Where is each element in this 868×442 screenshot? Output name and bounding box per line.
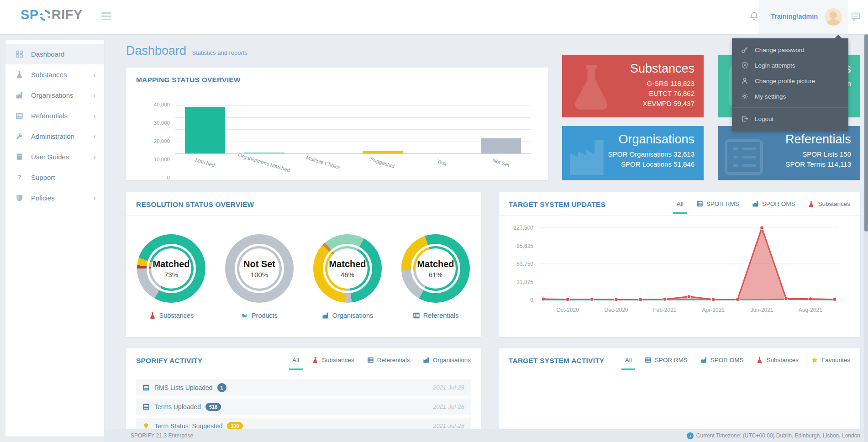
donut-products: Not Set100%Products [217, 234, 302, 319]
bar-matched[interactable] [185, 107, 225, 153]
bar-not-set[interactable] [481, 138, 521, 153]
donut-ring[interactable]: Matched61% [401, 234, 470, 303]
sidebar-item-organisations[interactable]: Organisations‹ [5, 85, 104, 105]
svg-text:0: 0 [530, 297, 533, 303]
bar-suggested[interactable] [363, 151, 403, 153]
tab-organisations[interactable]: Organisations [423, 357, 471, 370]
menu-item-label: My settings [755, 93, 786, 100]
tab-all[interactable]: All [625, 357, 632, 370]
donut-center-label: Matched [153, 259, 189, 269]
resolution-status-panel: RESOLUTION STATUS OVERVIEW Matched73%Sub… [126, 192, 481, 337]
factory-icon [16, 91, 27, 99]
menu-item-change-profile-picture[interactable]: Change profile picture [732, 73, 848, 89]
donut-center-value: 100% [251, 271, 268, 279]
footer-version: SPORIFY 21.3 Enterprise [131, 432, 193, 439]
activity-label: Term Status: Suggested [154, 422, 222, 430]
referentials-card[interactable]: Referentials SPOR Lists 150 SPOR Terms 1… [718, 126, 860, 180]
logo-text-sp: SP [21, 7, 39, 22]
y-axis-tick-label: 10,000 [129, 157, 170, 162]
sidebar-item-support[interactable]: ?Support [5, 167, 104, 188]
donut-ring[interactable]: Matched46% [313, 234, 382, 303]
donut-ring[interactable]: Matched73% [137, 234, 205, 303]
donut-legend-products[interactable]: Products [241, 312, 278, 319]
list-icon [142, 403, 154, 410]
page-scrollbar[interactable] [864, 34, 868, 442]
sidebar-item-dashboard[interactable]: Dashboard [5, 44, 104, 64]
tab-spor-rms[interactable]: SPOR RMS [645, 357, 688, 370]
menu-toggle-button[interactable] [101, 12, 111, 22]
svg-text:Dec-2020: Dec-2020 [604, 307, 628, 313]
activity-row-terms-uploaded[interactable]: Terms Uploaded5182021-Jul-28 [136, 399, 471, 415]
sidebar-item-label: Organisations [31, 91, 93, 99]
activity-row-rms-lists-uploaded[interactable]: RMS Lists Uploaded12021-Jul-28 [136, 379, 471, 395]
tab-label: Organisations [433, 357, 471, 363]
tab-referentials[interactable]: Referentials [367, 357, 410, 370]
tab-substances[interactable]: Substances [312, 357, 354, 370]
sidebar-item-label: Support [31, 174, 96, 181]
sidebar-item-policies[interactable]: Policies‹ [5, 188, 104, 208]
sporify-activity-list: RMS Lists Uploaded12021-Jul-28Terms Uplo… [126, 372, 481, 434]
donut-organisations: Matched46%Organisations [305, 234, 390, 319]
organisations-card-line: SPOR Organisations 32,613 [571, 149, 694, 159]
tab-label: SPOR OMS [762, 200, 795, 207]
tab-spor-rms[interactable]: SPOR RMS [696, 200, 739, 214]
chat-icon[interactable] [851, 11, 861, 21]
list-icon [696, 200, 703, 207]
tab-all[interactable]: All [677, 200, 684, 214]
chevron-left-icon: ‹ [93, 132, 96, 141]
sidebar-item-substances[interactable]: Substances‹ [5, 64, 104, 85]
tab-all[interactable]: All [292, 357, 299, 370]
chevron-left-icon: ‹ [93, 70, 96, 79]
organisations-card[interactable]: Organisations SPOR Organisations 32,613 … [562, 126, 704, 180]
activity-date: 2021-Jul-28 [433, 422, 464, 429]
target-system-updates-panel: TARGET SYSTEM UPDATES AllSPOR RMSSPOR OM… [499, 192, 860, 337]
sporify-logo[interactable]: SP RIFY [21, 7, 83, 22]
tab-spor-oms[interactable]: SPOR OMS [700, 357, 744, 370]
scrollbar-thumb[interactable] [864, 34, 868, 232]
menu-item-change-password[interactable]: Change password [732, 42, 848, 58]
menu-item-logout[interactable]: Logout [732, 111, 848, 126]
tab-spor-oms[interactable]: SPOR OMS [752, 200, 795, 214]
tab-substances[interactable]: Substances [756, 357, 799, 370]
factory-icon [322, 312, 329, 319]
donut-legend-label: Products [252, 312, 278, 319]
current-user-button[interactable]: Training\admin [771, 13, 818, 20]
notifications-bell-icon[interactable] [749, 11, 759, 21]
substances-card-line: G-SRS 118,823 [571, 79, 694, 89]
bar-organisations-matched[interactable] [244, 153, 284, 153]
sidebar-item-administration[interactable]: Administration‹ [5, 126, 104, 147]
user-dropdown-menu: Change passwordLogin attemptsChange prof… [732, 38, 848, 131]
tab-favourites[interactable]: Favourites [811, 357, 850, 370]
footer-bar: SPORIFY 21.3 Enterprise i Current Timezo… [104, 429, 868, 442]
chevron-left-icon: ‹ [93, 194, 96, 203]
activity-date: 2021-Jul-28 [433, 384, 464, 391]
page-subtitle: Statistics and reports [192, 49, 247, 56]
donut-center-value: 73% [164, 271, 178, 279]
donut-legend-referentials[interactable]: Referentials [413, 312, 458, 319]
donut-referentials: Matched61%Referentials [393, 234, 478, 319]
tab-label: All [677, 200, 684, 207]
tab-substances[interactable]: Substances [808, 200, 850, 214]
donut-legend-label: Organisations [332, 312, 373, 319]
flask-icon [312, 357, 319, 363]
info-icon: i [687, 432, 694, 439]
activity-date: 2021-Jul-28 [433, 403, 464, 410]
svg-text:63,750: 63,750 [516, 261, 533, 267]
tab-label: Substances [818, 200, 850, 207]
sidebar-item-user-guides[interactable]: User Guides‹ [5, 147, 104, 167]
target-system-updates-title: TARGET SYSTEM UPDATES [509, 200, 605, 216]
donut-ring[interactable]: Not Set100% [225, 234, 294, 303]
svg-text:Feb-2021: Feb-2021 [653, 307, 677, 313]
key-icon [741, 46, 748, 53]
svg-text:Aug-2021: Aug-2021 [799, 307, 822, 313]
avatar[interactable] [825, 8, 842, 26]
donut-legend-organisations[interactable]: Organisations [322, 312, 373, 319]
tab-label: Favourites [821, 357, 850, 363]
x-axis-category-label: Test [437, 158, 447, 167]
donut-legend-substances[interactable]: Substances [149, 312, 194, 319]
sidebar-item-referentials[interactable]: Referentials‹ [5, 105, 104, 126]
flask-icon [756, 357, 763, 363]
substances-card[interactable]: Substances G-SRS 118,823 EUTCT 76,862 XE… [562, 55, 704, 117]
menu-item-my-settings[interactable]: My settings [732, 89, 848, 104]
menu-item-login-attempts[interactable]: Login attempts [732, 58, 848, 73]
